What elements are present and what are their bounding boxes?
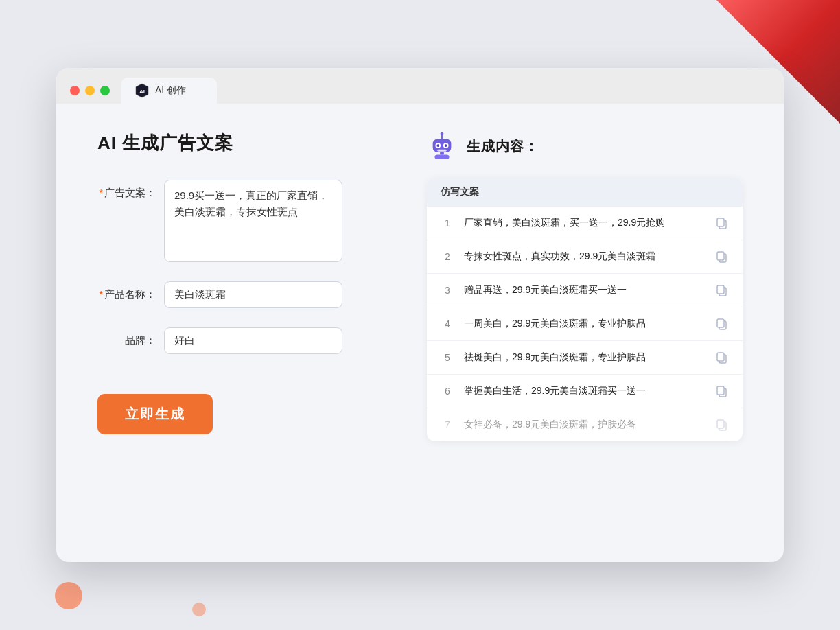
window-controls (70, 86, 110, 95)
table-row: 7女神必备，29.9元美白淡斑霜，护肤必备 (427, 408, 743, 441)
row-text: 一周美白，29.9元美白淡斑霜，专业护肤品 (464, 318, 705, 330)
svg-point-8 (445, 144, 447, 147)
svg-point-3 (441, 132, 444, 135)
table-row: 3赠品再送，29.9元美白淡斑霜买一送一 (427, 274, 743, 307)
row-text: 专抹女性斑点，真实功效，29.9元美白淡斑霜 (464, 250, 705, 263)
copy-button[interactable] (715, 384, 729, 398)
ad-copy-group: *广告文案： 29.9买一送一，真正的厂家直销，美白淡斑霜，专抹女性斑点 (97, 180, 386, 262)
brand-input[interactable] (164, 327, 342, 354)
row-text: 掌握美白生活，29.9元美白淡斑霜买一送一 (464, 385, 705, 397)
tab-label: AI 创作 (155, 84, 186, 97)
required-star-product: * (99, 288, 103, 300)
svg-rect-9 (437, 150, 446, 152)
bg-decoration-bottom-mid (192, 603, 206, 616)
product-name-label: *产品名称： (97, 281, 156, 301)
required-star-ad: * (99, 187, 103, 198)
tab-ai-creation[interactable]: AI AI 创作 (121, 78, 217, 104)
result-rows-container: 1厂家直销，美白淡斑霜，买一送一，29.9元抢购 2专抹女性斑点，真实功效，29… (427, 207, 743, 441)
ad-copy-textarea[interactable]: 29.9买一送一，真正的厂家直销，美白淡斑霜，专抹女性斑点 (164, 180, 342, 262)
brand-label: 品牌： (97, 327, 156, 347)
robot-icon (427, 131, 457, 161)
row-text: 赠品再送，29.9元美白淡斑霜买一送一 (464, 284, 705, 296)
row-number: 3 (441, 285, 454, 296)
minimize-button[interactable] (85, 86, 95, 95)
svg-rect-17 (717, 285, 724, 294)
row-number: 4 (441, 318, 454, 329)
svg-rect-23 (717, 386, 724, 395)
ad-copy-label: *广告文案： (97, 180, 156, 200)
bg-decoration-bottom-left (55, 582, 82, 609)
copy-button[interactable] (715, 351, 729, 364)
row-number: 1 (441, 218, 454, 229)
table-header: 仿写文案 (427, 178, 743, 207)
copy-button[interactable] (715, 216, 729, 230)
right-panel: 生成内容： 仿写文案 1厂家直销，美白淡斑霜，买一送一，29.9元抢购 2专抹女… (427, 131, 743, 441)
svg-rect-10 (440, 152, 444, 155)
row-text: 祛斑美白，29.9元美白淡斑霜，专业护肤品 (464, 351, 705, 364)
browser-chrome: AI AI 创作 (56, 68, 784, 104)
page-title: AI 生成广告文案 (97, 131, 386, 155)
maximize-button[interactable] (100, 86, 110, 95)
copy-button[interactable] (715, 250, 729, 264)
copy-button[interactable] (715, 317, 729, 331)
row-number: 7 (441, 419, 454, 430)
svg-text:AI: AI (139, 89, 145, 95)
browser-content: AI 生成广告文案 *广告文案： 29.9买一送一，真正的厂家直销，美白淡斑霜，… (56, 104, 784, 476)
left-panel: AI 生成广告文案 *广告文案： 29.9买一送一，真正的厂家直销，美白淡斑霜，… (97, 131, 386, 441)
svg-rect-25 (717, 420, 724, 428)
svg-rect-19 (717, 319, 724, 327)
row-text: 女神必备，29.9元美白淡斑霜，护肤必备 (464, 419, 705, 431)
table-row: 4一周美白，29.9元美白淡斑霜，专业护肤品 (427, 307, 743, 341)
row-number: 2 (441, 251, 454, 262)
product-name-input[interactable] (164, 281, 342, 308)
svg-rect-21 (717, 353, 724, 361)
table-row: 5祛斑美白，29.9元美白淡斑霜，专业护肤品 (427, 341, 743, 375)
table-row: 1厂家直销，美白淡斑霜，买一送一，29.9元抢购 (427, 207, 743, 240)
result-header: 生成内容： (427, 131, 743, 161)
row-text: 厂家直销，美白淡斑霜，买一送一，29.9元抢购 (464, 217, 705, 229)
generate-button[interactable]: 立即生成 (97, 394, 213, 434)
row-number: 6 (441, 386, 454, 397)
svg-rect-11 (435, 154, 450, 159)
brand-group: 品牌： (97, 327, 386, 354)
ai-tab-icon: AI (135, 83, 150, 98)
product-name-group: *产品名称： (97, 281, 386, 308)
robot-svg-icon (428, 132, 456, 161)
result-title: 生成内容： (467, 137, 539, 156)
svg-rect-15 (717, 252, 724, 260)
copy-button[interactable] (715, 283, 729, 297)
result-table: 仿写文案 1厂家直销，美白淡斑霜，买一送一，29.9元抢购 2专抹女性斑点，真实… (427, 178, 743, 441)
svg-point-7 (436, 144, 439, 147)
close-button[interactable] (70, 86, 80, 95)
svg-rect-13 (717, 218, 724, 226)
table-row: 2专抹女性斑点，真实功效，29.9元美白淡斑霜 (427, 240, 743, 274)
table-row: 6掌握美白生活，29.9元美白淡斑霜买一送一 (427, 375, 743, 408)
copy-button[interactable] (715, 418, 729, 432)
row-number: 5 (441, 352, 454, 363)
browser-window: AI AI 创作 AI 生成广告文案 *广告文案： 29.9买一送一，真正的厂家… (56, 68, 784, 562)
